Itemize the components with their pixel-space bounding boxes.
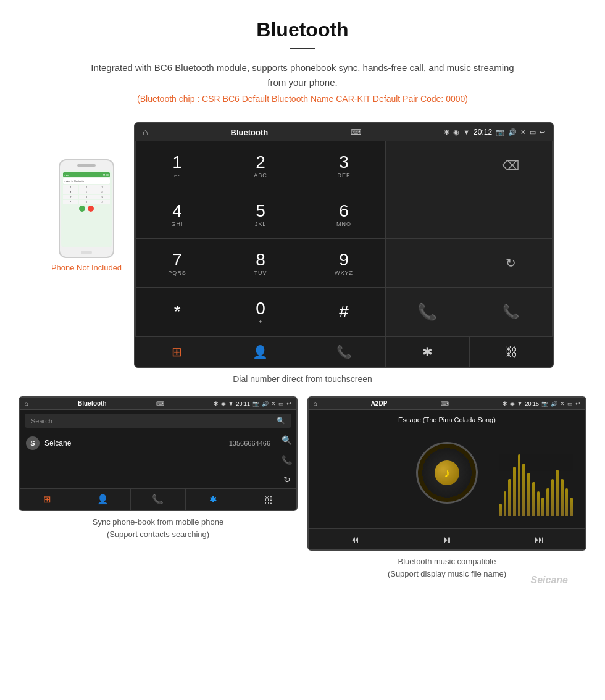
dial-key-3[interactable]: 3 DEF xyxy=(302,141,386,190)
mus-back-icon[interactable]: ↩ xyxy=(575,401,580,407)
eq-bar xyxy=(522,464,525,516)
title-divider xyxy=(290,48,315,49)
phonebook-screen: ⌂ Bluetooth ⌨ ✱ ◉ ▼ 20:11 📷 🔊 ✕ ▭ ↩ xyxy=(19,396,298,511)
mus-clock: 20:15 xyxy=(525,401,539,407)
phonebook-content: S Seicane 13566664466 🔍 📞 ↻ xyxy=(20,431,296,488)
mus-win-icon[interactable]: ▭ xyxy=(567,401,573,407)
dial-backspace[interactable]: ⌫ xyxy=(469,141,553,190)
car-phone-icon[interactable]: 📞 xyxy=(302,337,386,367)
phonebook-caption: Sync phone-book from mobile phone (Suppo… xyxy=(93,516,223,540)
dial-empty-2 xyxy=(469,190,553,239)
pb-grid-icon[interactable]: ⊞ xyxy=(20,489,75,510)
pb-clock: 20:11 xyxy=(236,401,250,407)
pb-link-icon[interactable]: ⛓ xyxy=(241,489,296,510)
music-home-icon[interactable]: ⌂ xyxy=(314,400,317,407)
eq-bar xyxy=(504,491,507,516)
music-artwork-area: ♪ xyxy=(315,430,579,516)
music-controls-bar: ⏮ ⏯ ⏭ xyxy=(309,528,585,549)
eq-bar xyxy=(541,498,544,516)
car-status-icons: ✱ ◉ ▼ 20:12 📷 🔊 ✕ ▭ ↩ xyxy=(444,128,545,136)
pb-phone-icon[interactable]: 📞 xyxy=(131,489,186,510)
page-title: Bluetooth xyxy=(12,19,593,41)
phonebook-usb-icon: ⌨ xyxy=(156,401,164,407)
car-screen-title: Bluetooth xyxy=(231,128,269,137)
eq-bar xyxy=(570,498,573,516)
dial-key-1[interactable]: 1 ⌐∙ xyxy=(136,141,219,190)
car-unit-screen: ⌂ Bluetooth ⌨ ✱ ◉ ▼ 20:12 📷 🔊 ✕ ▭ ↩ 1 ⌐∙ xyxy=(134,122,554,368)
dial-key-7[interactable]: 7 PQRS xyxy=(136,239,219,288)
car-grid-icon[interactable]: ⊞ xyxy=(135,337,219,367)
eq-bar xyxy=(551,479,554,516)
contact-name: Seicane xyxy=(44,439,224,448)
mus-wifi-icon: ▼ xyxy=(517,401,523,407)
sidebar-call-icon[interactable]: 📞 xyxy=(282,455,292,465)
pb-win-icon[interactable]: ▭ xyxy=(278,401,284,407)
eq-bar xyxy=(546,488,549,516)
dial-key-star[interactable]: * xyxy=(136,288,219,336)
sidebar-refresh-icon[interactable]: ↻ xyxy=(283,475,291,485)
music-status-icons: ✱ ◉ ▼ 20:15 📷 🔊 ✕ ▭ ↩ xyxy=(503,401,580,407)
car-bluetooth-icon[interactable]: ✱ xyxy=(386,337,469,367)
play-pause-button[interactable]: ⏯ xyxy=(401,529,494,549)
eq-bar xyxy=(556,470,559,516)
pb-close-icon[interactable]: ✕ xyxy=(271,401,276,407)
dial-key-4[interactable]: 4 GHI xyxy=(136,190,219,239)
pb-bt-bottom-icon[interactable]: ✱ xyxy=(186,489,241,510)
back-icon[interactable]: ↩ xyxy=(540,128,545,136)
pb-user-icon[interactable]: 👤 xyxy=(75,489,131,510)
car-home-icon[interactable]: ⌂ xyxy=(143,127,148,137)
next-track-button[interactable]: ⏭ xyxy=(493,529,585,549)
phonebook-contact-row[interactable]: S Seicane 13566664466 xyxy=(20,431,277,455)
prev-track-button[interactable]: ⏮ xyxy=(309,529,401,549)
dial-key-hash[interactable]: # xyxy=(302,288,386,336)
music-note-icon: ♪ xyxy=(444,466,450,480)
dial-empty-1 xyxy=(386,190,469,239)
bottom-panels-wrapper: ⌂ Bluetooth ⌨ ✱ ◉ ▼ 20:11 📷 🔊 ✕ ▭ ↩ xyxy=(0,396,605,592)
dial-caption: Dial number direct from touchscreen xyxy=(0,374,605,384)
music-header: ⌂ A2DP ⌨ ✱ ◉ ▼ 20:15 📷 🔊 ✕ ▭ ↩ xyxy=(309,398,585,410)
dial-end-button[interactable]: 📞 xyxy=(469,288,553,336)
eq-bar xyxy=(537,491,540,516)
dial-key-0[interactable]: 0 + xyxy=(219,288,302,336)
location-icon: ◉ xyxy=(453,128,459,136)
phonebook-bottom-bar: ⊞ 👤 📞 ✱ ⛓ xyxy=(20,488,296,510)
dial-call-button[interactable]: 📞 xyxy=(386,288,469,336)
search-placeholder: Search xyxy=(31,417,52,425)
mus-bt-icon: ✱ xyxy=(503,401,507,407)
car-usb-icon: ⌨ xyxy=(351,128,361,136)
watermark: Seicane xyxy=(531,575,568,586)
bluetooth-status-icon: ✱ xyxy=(444,128,449,136)
phonebook-home-icon[interactable]: ⌂ xyxy=(25,400,28,407)
pb-back-icon[interactable]: ↩ xyxy=(286,401,291,407)
car-link-icon[interactable]: ⛓ xyxy=(470,337,553,367)
phonebook-sidebar: 🔍 📞 ↻ xyxy=(277,431,296,488)
volume-icon: 🔊 xyxy=(508,128,517,136)
dial-refresh[interactable]: ↻ xyxy=(469,239,553,288)
dial-key-5[interactable]: 5 JKL xyxy=(219,190,302,239)
dial-key-9[interactable]: 9 WXYZ xyxy=(302,239,386,288)
mus-close-icon[interactable]: ✕ xyxy=(560,401,565,407)
phone-image: ●●● M:00 + Add to Contacts 123 456 789 *… xyxy=(59,159,114,258)
camera-icon: 📷 xyxy=(496,128,504,136)
close-icon[interactable]: ✕ xyxy=(520,128,526,136)
car-screen-header: ⌂ Bluetooth ⌨ ✱ ◉ ▼ 20:12 📷 🔊 ✕ ▭ ↩ xyxy=(135,123,553,141)
dial-key-2[interactable]: 2 ABC xyxy=(219,141,302,190)
music-title: A2DP xyxy=(371,400,388,407)
page-description: Integrated with BC6 Bluetooth module, su… xyxy=(86,60,519,90)
phone-bottom-buttons xyxy=(63,204,110,213)
search-icon: 🔍 xyxy=(277,417,285,425)
dial-display xyxy=(386,141,469,190)
dial-key-8[interactable]: 8 TUV xyxy=(219,239,302,288)
car-contacts-icon[interactable]: 👤 xyxy=(219,337,302,367)
car-bottom-bar: ⊞ 👤 📞 ✱ ⛓ xyxy=(135,336,553,367)
sidebar-search-icon[interactable]: 🔍 xyxy=(282,435,292,445)
phone-screen: ●●● M:00 + Add to Contacts 123 456 789 *… xyxy=(61,170,112,247)
dialpad-grid: 1 ⌐∙ 2 ABC 3 DEF ⌫ 4 GHI 5 JKL xyxy=(135,141,553,336)
phonebook-search-bar[interactable]: Search 🔍 xyxy=(25,414,291,428)
phone-end-button xyxy=(88,206,94,212)
phonebook-status-icons: ✱ ◉ ▼ 20:11 📷 🔊 ✕ ▭ ↩ xyxy=(214,401,291,407)
bottom-panels: ⌂ Bluetooth ⌨ ✱ ◉ ▼ 20:11 📷 🔊 ✕ ▭ ↩ xyxy=(0,396,605,592)
eq-bar xyxy=(527,473,530,516)
dial-key-6[interactable]: 6 MNO xyxy=(302,190,386,239)
window-icon[interactable]: ▭ xyxy=(530,128,536,136)
